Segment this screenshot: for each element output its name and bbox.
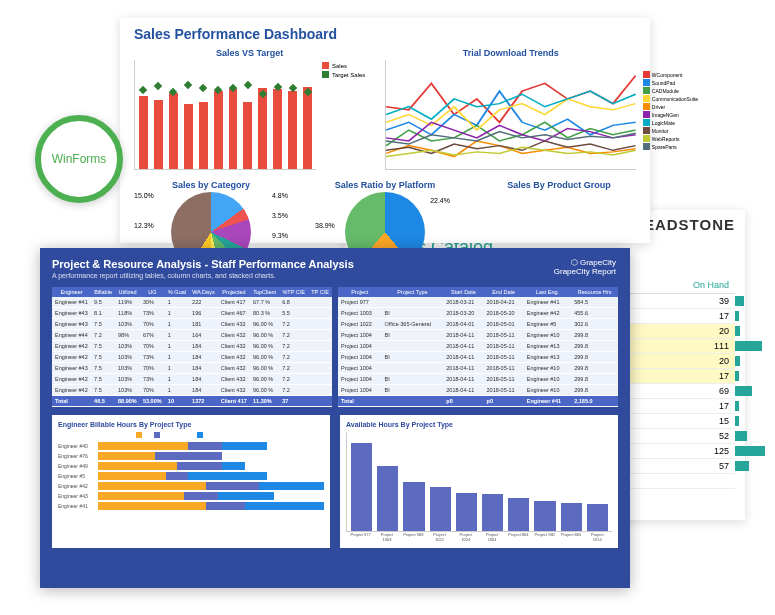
table-row: Engineer #427.5103%73%1184Client 43296.0… bbox=[52, 374, 332, 385]
table-row: Project 10042018-04-112018-05-11Engineer… bbox=[338, 341, 618, 352]
available-chart: Available Hours By Project Type Project … bbox=[340, 415, 618, 548]
table-row: Project 1003BI2018-03-202018-05-20Engine… bbox=[338, 308, 618, 319]
staff-table-right: ProjectProject TypeStart DateEnd DateLas… bbox=[338, 287, 618, 407]
table-row: Engineer #419.5119%30%1222Client 41767.7… bbox=[52, 297, 332, 308]
grapecity-brand: ⬡ GrapeCity GrapeCity Report bbox=[554, 258, 616, 276]
table-row: Engineer #427.5103%70%1184Client 43296.0… bbox=[52, 341, 332, 352]
trial-trends-chart: WComponentSoundPadCADModuleCommunication… bbox=[385, 60, 636, 170]
sales-vs-target-chart bbox=[134, 60, 316, 170]
table-row: Engineer #437.5103%70%1184Client 43296.0… bbox=[52, 363, 332, 374]
sales-dashboard-panel: Sales Performance Dashboard Sales VS Tar… bbox=[120, 18, 650, 243]
table-row: Project 10042018-04-112018-05-11Engineer… bbox=[338, 363, 618, 374]
trial-trends-title: Trial Download Trends bbox=[385, 48, 636, 58]
table-row: Engineer #427.5103%73%1184Client 43296.0… bbox=[52, 352, 332, 363]
sales-vs-target-title: Sales VS Target bbox=[134, 48, 365, 58]
table-row: Engineer #427.5103%70%1184Client 43296.0… bbox=[52, 385, 332, 396]
table-row: Engineer #437.5103%70%1181Client 43296.0… bbox=[52, 319, 332, 330]
svt-legend: Sales Target Sales bbox=[322, 60, 365, 170]
table-row: Project 1022Office 365-General2018-04-01… bbox=[338, 319, 618, 330]
table-row: Project 1004BI2018-04-112018-05-11Engine… bbox=[338, 330, 618, 341]
dashboard-title: Sales Performance Dashboard bbox=[134, 26, 636, 42]
trial-legend: WComponentSoundPadCADModuleCommunication… bbox=[643, 70, 698, 151]
table-row: Engineer #447.298%67%1164Client 43296.00… bbox=[52, 330, 332, 341]
pra-title: Project & Resource Analysis - Staff Perf… bbox=[52, 258, 618, 270]
project-analysis-panel: Project & Resource Analysis - Staff Perf… bbox=[40, 248, 630, 588]
table-row: Engineer #438.1118%73%1196Client 46780.3… bbox=[52, 308, 332, 319]
billable-chart: Engineer Billable Hours By Project Type … bbox=[52, 415, 330, 548]
winforms-badge: WinForms bbox=[35, 115, 123, 203]
table-row: Project 9772018-03-212018-04-21Engineer … bbox=[338, 297, 618, 308]
table-row: Project 1004BI2018-04-112018-05-11Engine… bbox=[338, 352, 618, 363]
table-row: Project 1004BI2018-04-112018-05-11Engine… bbox=[338, 374, 618, 385]
table-row: Project 1004BI2018-04-112018-05-11Engine… bbox=[338, 385, 618, 396]
staff-table-left: EngineerBillableUtilizedUG% GoalWA DaysP… bbox=[52, 287, 332, 407]
